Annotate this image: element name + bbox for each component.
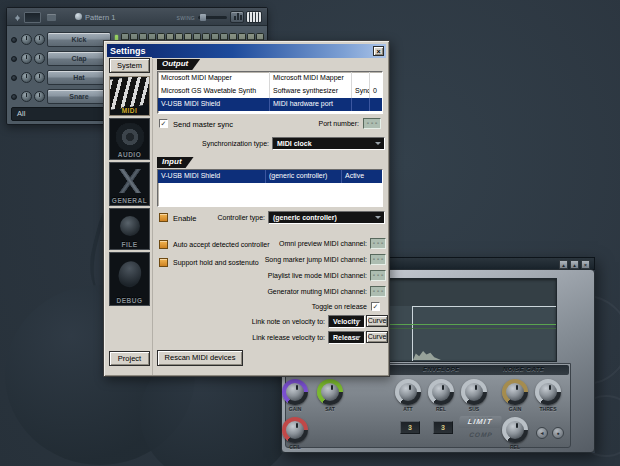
release-curve-display[interactable]: 3 xyxy=(433,421,453,434)
device-type: Microsoft MIDI Mapper xyxy=(270,72,352,85)
table-row-selected[interactable]: V-USB MIDI Shield (generic controller) A… xyxy=(158,170,382,183)
playlist-live-display[interactable]: --- xyxy=(370,270,386,281)
tab-limit[interactable]: LIMIT xyxy=(458,416,502,428)
swing-slider-thumb[interactable] xyxy=(200,14,206,21)
link-note-dropdown[interactable]: Velocity xyxy=(328,315,365,328)
settings-dialog: Settings × System MIDI AUDIO GENERAL FIL… xyxy=(103,40,390,377)
round-arrow-button[interactable]: ◄ xyxy=(536,427,548,439)
settings-sidebar: System MIDI AUDIO GENERAL FILE DEBUG xyxy=(107,57,152,373)
channel-button-snare[interactable]: Snare xyxy=(47,89,111,104)
device-name: Microsoft MIDI Mapper xyxy=(158,72,270,85)
knob-cap xyxy=(432,383,450,401)
channel-mute-led[interactable] xyxy=(11,75,17,81)
curve-button-note[interactable]: Curve xyxy=(366,315,388,327)
tab-system[interactable]: System xyxy=(109,58,150,73)
input-device-list[interactable]: V-USB MIDI Shield (generic controller) A… xyxy=(157,169,383,207)
channel-rack-titlebar[interactable]: Pattern 1 SWING xyxy=(7,8,267,26)
knob-label: SUS xyxy=(453,406,495,412)
knob-label: REL xyxy=(494,444,536,450)
tab-project[interactable]: Project xyxy=(109,351,150,366)
enable-checkbox[interactable] xyxy=(159,213,168,222)
port-number-display[interactable]: --- xyxy=(363,118,381,129)
sidebar-item-label: GENERAL xyxy=(110,197,149,204)
sidebar-item-label: DEBUG xyxy=(110,297,149,304)
round-dot-button[interactable]: ● xyxy=(552,427,564,439)
graph-editor-button[interactable] xyxy=(230,11,244,23)
song-marker-label: Song marker jump MIDI channel: xyxy=(253,256,367,263)
auto-accept-checkbox[interactable] xyxy=(159,240,168,249)
sync-type-dropdown[interactable]: MIDI clock xyxy=(272,137,385,150)
channel-mute-led[interactable] xyxy=(11,37,17,43)
sidebar-item-general[interactable]: GENERAL xyxy=(109,162,150,206)
generator-muting-display[interactable]: --- xyxy=(370,286,386,297)
attack-curve-display[interactable]: 3 xyxy=(400,421,420,434)
release-knob[interactable]: REL xyxy=(428,379,454,405)
swing-label: SWING xyxy=(177,15,195,21)
close-button[interactable]: × xyxy=(373,46,384,56)
pan-knob[interactable] xyxy=(21,72,32,83)
rack-menu-icon[interactable] xyxy=(17,15,23,21)
gate-release-knob[interactable]: REL xyxy=(502,417,528,443)
rack-mini-display[interactable] xyxy=(24,12,41,23)
knob-cap xyxy=(286,421,304,439)
knob-label: SAT xyxy=(309,406,351,412)
toggle-on-release-checkbox[interactable]: ✓ xyxy=(371,302,380,311)
table-row[interactable]: Microsoft GS Wavetable Synth Software sy… xyxy=(158,85,382,98)
device-name: V-USB MIDI Shield xyxy=(158,170,266,183)
saturation-knob[interactable]: SAT xyxy=(317,379,343,405)
volume-knob[interactable] xyxy=(34,91,45,102)
sidebar-item-debug[interactable]: DEBUG xyxy=(109,252,150,306)
table-row[interactable]: Microsoft MIDI Mapper Microsoft MIDI Map… xyxy=(158,72,382,85)
device-sync xyxy=(352,98,370,111)
output-device-list[interactable]: Microsoft MIDI Mapper Microsoft MIDI Map… xyxy=(157,71,383,114)
sidebar-item-file[interactable]: FILE xyxy=(109,208,150,250)
gate-gain-knob[interactable]: GAIN xyxy=(502,379,528,405)
section-label-envelope: ENVELOPE xyxy=(423,366,460,372)
curve-button-release[interactable]: Curve xyxy=(366,331,388,343)
gate-threshold-knob[interactable]: THRES xyxy=(535,379,561,405)
knob-label: CEIL xyxy=(274,444,316,450)
loudness-gain-knob[interactable]: GAIN xyxy=(282,379,308,405)
rescan-midi-devices-button[interactable]: Rescan MIDI devices xyxy=(157,350,243,366)
controller-type-dropdown[interactable]: (generic controller) xyxy=(268,211,385,224)
link-release-dropdown[interactable]: Release xyxy=(328,331,365,344)
volume-knob[interactable] xyxy=(34,53,45,64)
sidebar-item-midi[interactable]: MIDI xyxy=(109,76,150,116)
channel-button-hat[interactable]: Hat xyxy=(47,70,111,85)
keyboard-editor-button[interactable] xyxy=(246,11,262,23)
pan-knob[interactable] xyxy=(21,34,32,45)
channel-button-kick[interactable]: Kick xyxy=(47,32,111,47)
sidebar-item-audio[interactable]: AUDIO xyxy=(109,118,150,160)
settings-title: Settings xyxy=(110,46,146,56)
settings-titlebar[interactable]: Settings × xyxy=(107,44,386,58)
pan-knob[interactable] xyxy=(21,53,32,64)
send-master-sync-checkbox[interactable]: ✓ xyxy=(159,119,168,128)
device-controller: (generic controller) xyxy=(266,170,342,183)
tab-comp[interactable]: COMP xyxy=(463,430,498,439)
channel-mute-led[interactable] xyxy=(11,94,17,100)
volume-knob[interactable] xyxy=(34,72,45,83)
device-sync: Sync xyxy=(352,85,370,98)
device-sync xyxy=(352,72,370,85)
detach-up-icon[interactable]: ▴ xyxy=(570,260,579,269)
close-icon[interactable]: × xyxy=(581,260,590,269)
pattern-selector[interactable]: Pattern 1 xyxy=(85,13,115,22)
swing-slider[interactable] xyxy=(198,16,227,19)
omni-preview-display[interactable]: --- xyxy=(370,238,386,249)
channel-mute-led[interactable] xyxy=(11,56,17,62)
channel-button-clap[interactable]: Clap xyxy=(47,51,111,66)
volume-knob[interactable] xyxy=(34,34,45,45)
desktop: Pattern 1 SWING Kick Clap xyxy=(0,0,620,466)
pan-knob[interactable] xyxy=(21,91,32,102)
detach-up-icon[interactable]: ▴ xyxy=(559,260,568,269)
waveform-preview xyxy=(413,347,441,360)
rack-options-icon[interactable] xyxy=(47,14,56,21)
table-row-selected[interactable]: V-USB MIDI Shield MIDI hardware port xyxy=(158,98,382,111)
support-hold-checkbox[interactable] xyxy=(159,258,168,267)
ceiling-knob[interactable]: CEIL xyxy=(282,417,308,443)
sustain-knob[interactable]: SUS xyxy=(461,379,487,405)
song-marker-display[interactable]: --- xyxy=(370,254,386,265)
toggle-on-release-label: Toggle on release xyxy=(253,303,367,310)
attack-knob[interactable]: ATT xyxy=(395,379,421,405)
channel-filter-value: All xyxy=(17,109,25,118)
